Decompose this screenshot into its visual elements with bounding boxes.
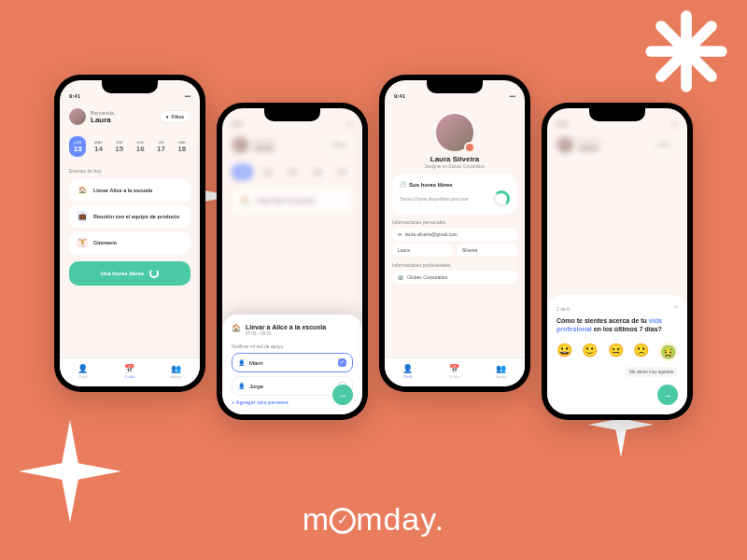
decor-star-icon bbox=[19, 420, 121, 523]
next-button[interactable]: → bbox=[332, 385, 353, 405]
progress-ring-icon bbox=[149, 269, 159, 278]
avatar[interactable] bbox=[69, 108, 86, 125]
date-cell[interactable]: LUN13 bbox=[69, 136, 86, 157]
next-button[interactable]: → bbox=[657, 385, 678, 405]
emoji-caption: Me siento muy agotada bbox=[625, 367, 678, 377]
sheet-title: Llevar a Alice a la escuela bbox=[246, 324, 326, 330]
date-cell[interactable]: VIE17 bbox=[152, 136, 169, 157]
date-cell[interactable]: MIE15 bbox=[111, 136, 128, 157]
tab-support[interactable]: 👥Apoyo bbox=[496, 364, 506, 379]
person-icon: 👤 bbox=[238, 359, 245, 366]
filter-button[interactable]: ▾Filtros bbox=[160, 110, 190, 123]
emoji-option[interactable]: 😀 bbox=[557, 343, 572, 361]
tab-profile[interactable]: 👤Perfil bbox=[402, 364, 413, 379]
free-hours-card[interactable]: 🕐Sus horas libres Tienes 6 horas disponi… bbox=[392, 175, 517, 214]
building-icon: 🏢 bbox=[398, 274, 403, 280]
profile-name: Laura Silveira bbox=[385, 155, 525, 163]
calendar-icon: 📅 bbox=[449, 364, 459, 373]
briefcase-icon: 💼 bbox=[77, 211, 88, 222]
events-heading: Eventos de hoy bbox=[60, 162, 200, 175]
free-hours-text: Tienes 6 horas disponibles para usar bbox=[400, 197, 469, 202]
step-indicator: 2 de 6 bbox=[557, 306, 678, 312]
section-personal: Informaciones personales bbox=[392, 219, 517, 225]
profile-avatar[interactable] bbox=[436, 114, 473, 151]
checkbox-icon bbox=[338, 358, 346, 367]
date-picker[interactable]: LUN13 MAR14 MIE15 JUE16 VIE17 SAB18 bbox=[60, 131, 200, 162]
tab-day[interactable]: 📅Tu día bbox=[449, 364, 459, 379]
phone-calendar: 9:41••• Bienvenida, Laura ▾Filtros LUN13… bbox=[54, 75, 205, 392]
emoji-option[interactable]: 🙂 bbox=[582, 343, 598, 361]
home-icon: 🏠 bbox=[232, 324, 241, 332]
profile-subtitle: Designer en Globex Corporation bbox=[385, 164, 525, 169]
phone-delegate: 9:41••• Bienvenida,Laura▾ Filtros 131415… bbox=[217, 103, 368, 420]
delegate-sheet: 🏠 Llevar a Alice a la escuela 07:00 – 09… bbox=[222, 315, 362, 414]
date-cell[interactable]: SAB18 bbox=[174, 136, 190, 157]
survey-question: Cómo te sientes acerca de tu vida profes… bbox=[557, 316, 678, 333]
emoji-option[interactable]: 🙁 bbox=[633, 343, 649, 361]
tab-support[interactable]: 👥Apoyo bbox=[171, 364, 181, 379]
people-icon: 👥 bbox=[171, 364, 181, 373]
company-field[interactable]: 🏢Globex Corporation bbox=[392, 271, 517, 284]
person-icon: 👤 bbox=[238, 383, 245, 389]
calendar-icon: 📅 bbox=[124, 364, 134, 373]
event-card[interactable]: 💼Reunión con el equipo de producto bbox=[69, 205, 190, 228]
progress-ring-icon bbox=[493, 190, 510, 207]
lastname-field[interactable]: Silveira bbox=[457, 244, 517, 257]
funnel-icon: ▾ bbox=[166, 114, 169, 119]
mail-icon: ✉ bbox=[398, 231, 402, 237]
tab-day[interactable]: 📅Tu día bbox=[124, 364, 134, 379]
date-cell[interactable]: JUE16 bbox=[132, 136, 148, 157]
phone-survey: 9:41••• Bienvenida,Laura▾ Filtros × 2 de… bbox=[542, 103, 693, 420]
phone-notch bbox=[264, 108, 320, 121]
home-icon: 🏠 bbox=[77, 185, 88, 196]
person-icon: 👤 bbox=[402, 364, 413, 373]
emoji-option-selected[interactable]: 🤢 bbox=[658, 343, 678, 361]
brand-logo: mmday. bbox=[303, 501, 444, 538]
email-field[interactable]: ✉laura.silveira@gmail.com bbox=[392, 228, 517, 241]
phone-profile: 9:41••• Laura Silveira Designer en Globe… bbox=[379, 75, 530, 392]
phone-notch bbox=[589, 108, 645, 121]
close-button[interactable]: × bbox=[673, 302, 678, 311]
tab-bar: 👤Perfil 📅Tu día 👥Apoyo bbox=[385, 357, 525, 386]
phone-notch bbox=[102, 80, 158, 93]
event-card[interactable]: 🏋️Gimnasio bbox=[69, 231, 190, 254]
dumbbell-icon: 🏋️ bbox=[77, 237, 88, 248]
tab-profile[interactable]: 👤Perfil bbox=[78, 364, 88, 379]
check-circle-icon bbox=[330, 508, 356, 534]
section-professional: Informaciones profesionales bbox=[392, 262, 517, 268]
emoji-option[interactable]: 😐 bbox=[608, 343, 624, 361]
firstname-field[interactable]: Laura bbox=[392, 244, 453, 257]
welcome-text: Bienvenida, bbox=[91, 110, 115, 116]
tab-bar: 👤Perfil 📅Tu día 👥Apoyo bbox=[60, 357, 200, 386]
person-icon: 👤 bbox=[78, 364, 88, 373]
clock-icon: 🕐 bbox=[400, 181, 406, 188]
sheet-time: 07:00 – 09:00 bbox=[246, 331, 326, 336]
emoji-rating: 😀 🙂 😐 🙁 🤢 bbox=[557, 343, 678, 361]
survey-sheet: × 2 de 6 Cómo te sientes acerca de tu vi… bbox=[547, 295, 687, 414]
edit-badge-icon[interactable] bbox=[464, 142, 475, 153]
notify-label: Notificar mi red de apoyo bbox=[232, 343, 353, 349]
date-cell[interactable]: MAR14 bbox=[90, 136, 106, 157]
person-option[interactable]: 👤Mami bbox=[232, 353, 353, 372]
user-name: Laura bbox=[91, 116, 115, 124]
phone-notch bbox=[427, 80, 483, 93]
free-hours-button[interactable]: Usa horas libres bbox=[69, 261, 190, 286]
people-icon: 👥 bbox=[496, 364, 506, 373]
event-card[interactable]: 🏠Llevar Alice a la escuela bbox=[69, 179, 190, 202]
